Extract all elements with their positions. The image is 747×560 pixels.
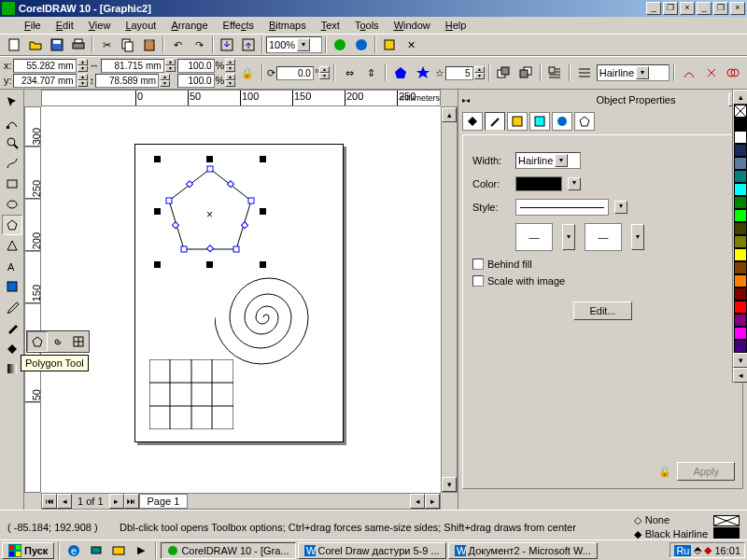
task-word1[interactable]: WCorel Draw дастури 5-9 ... [298,542,446,559]
tray-icon[interactable]: ⬘ [694,544,701,556]
task-word2[interactable]: WДокумент2 - Microsoft W... [448,542,598,559]
cut-button[interactable]: ✂ [96,35,117,54]
menu-bitmaps[interactable]: Bitmaps [261,18,314,33]
width-combo[interactable]: Hairline▾ [515,152,581,169]
prev-page-button[interactable]: ◂ [57,494,72,509]
menu-effects[interactable]: Effects [216,18,261,33]
outline-width-combo[interactable]: Hairline▾ [597,64,669,81]
undo-button[interactable]: ↶ [167,35,188,54]
scale-with-image-checkbox[interactable]: Scale with image [472,275,733,287]
scroll-right-button[interactable]: ▸ [425,494,440,509]
mirror-h-button[interactable]: ⇔ [339,63,359,82]
viewport[interactable]: × [41,106,441,493]
open-button[interactable] [25,35,46,54]
corel-online-button[interactable] [351,35,372,54]
zoom-combo[interactable]: 100%▾ [266,36,322,53]
mdi-restore-button[interactable]: ❐ [663,2,678,15]
last-page-button[interactable]: ⏭ [124,494,139,509]
outline-width-icon[interactable] [574,63,595,82]
ellipse-tool[interactable] [2,194,22,215]
lock-ratio-button[interactable]: 🔒 [237,63,258,82]
quick-ie-icon[interactable]: e [63,541,84,560]
to-front-button[interactable] [494,63,514,82]
swatch[interactable] [734,314,747,327]
edit-button[interactable]: Edit... [573,301,631,320]
flyout-graph-paper[interactable] [68,331,89,352]
ruler-vertical[interactable]: 300 250 200 150 100 50 [24,106,41,493]
freehand-tool[interactable] [2,153,22,174]
swatch[interactable] [734,301,747,314]
tray-icon[interactable]: ◆ [704,544,712,556]
mdi-close-button[interactable]: × [680,2,695,15]
swatch[interactable] [734,340,747,353]
shape-tool[interactable] [2,112,22,133]
tab-outline[interactable] [485,112,505,131]
new-button[interactable] [4,35,24,54]
y-pos-input[interactable] [13,74,77,88]
menu-view[interactable]: View [81,18,119,33]
ruler-horizontal[interactable]: 0 50 100 150 200 250 millimeters [41,90,441,106]
wrap-text-button[interactable] [545,63,566,82]
swatch[interactable] [734,222,747,235]
basic-shapes-tool[interactable] [2,235,22,256]
selected-pentagon[interactable]: × [154,156,266,268]
combine-button[interactable] [723,63,743,82]
save-button[interactable] [47,35,67,54]
menu-window[interactable]: Window [387,18,438,33]
tab-polygon[interactable] [574,112,595,131]
restore-button[interactable]: ❐ [713,2,728,15]
swatch[interactable] [734,144,747,157]
mirror-v-button[interactable]: ⇕ [361,63,382,82]
palette-flyout-button[interactable]: ◂ [733,368,747,383]
graph-paper-shape[interactable] [149,359,233,429]
outline-preview[interactable] [713,527,740,539]
palette-up-button[interactable]: ▴ [733,90,747,105]
fill-preview[interactable] [713,515,740,526]
polygon-shape-button[interactable] [390,63,411,82]
swatch[interactable] [734,248,747,261]
start-button[interactable]: Пуск [2,542,54,559]
apply-button[interactable]: Apply [677,462,735,481]
lang-indicator[interactable]: Ru [674,545,691,556]
swatch-black[interactable] [734,118,747,131]
swatch[interactable] [734,235,747,248]
color-swatch[interactable] [515,176,562,191]
convert-curves-button[interactable] [679,63,699,82]
palette-down-button[interactable]: ▾ [733,353,747,368]
quick-launch-icon[interactable]: ▶ [131,541,151,560]
redo-button[interactable]: ↷ [189,35,209,54]
behind-fill-checkbox[interactable]: Behind fill [472,259,733,270]
menu-layout[interactable]: Layout [118,18,163,33]
task-coreldraw[interactable]: CorelDRAW 10 - [Gra... [161,542,295,559]
eyedropper-tool[interactable] [2,297,22,317]
swatch[interactable] [734,209,747,222]
quick-desktop-icon[interactable] [86,541,106,560]
swatch[interactable] [734,287,747,301]
scale-x-input[interactable] [177,59,215,73]
interactive-fill-tool[interactable] [2,358,22,379]
import-button[interactable] [217,35,237,54]
end-arrow-combo[interactable]: — [585,223,622,251]
style-combo[interactable] [515,199,609,216]
app-launcher-button[interactable] [330,35,350,54]
to-back-button[interactable] [515,63,536,82]
swatch[interactable] [734,170,747,183]
scrollbar-vertical[interactable]: ▴ ▾ [441,106,458,493]
tab-internet[interactable] [552,112,572,131]
break-apart-button[interactable] [701,63,722,82]
start-arrow-combo[interactable]: — [515,223,553,251]
outline-tool[interactable] [2,317,22,338]
swatch[interactable] [734,196,747,209]
web-button[interactable]: ✕ [401,35,421,54]
print-button[interactable] [68,35,89,54]
rectangle-tool[interactable] [2,174,22,194]
spiral-shape[interactable] [215,266,317,369]
close-button[interactable]: × [730,2,745,15]
copy-button[interactable] [118,35,138,54]
swatch-none[interactable] [734,105,747,118]
zoom-tool[interactable] [2,133,22,153]
script-button[interactable] [379,35,400,54]
page-tab[interactable]: Page 1 [139,494,189,509]
mdi-minimize-button[interactable]: _ [646,2,661,15]
next-page-button[interactable]: ▸ [109,494,124,509]
